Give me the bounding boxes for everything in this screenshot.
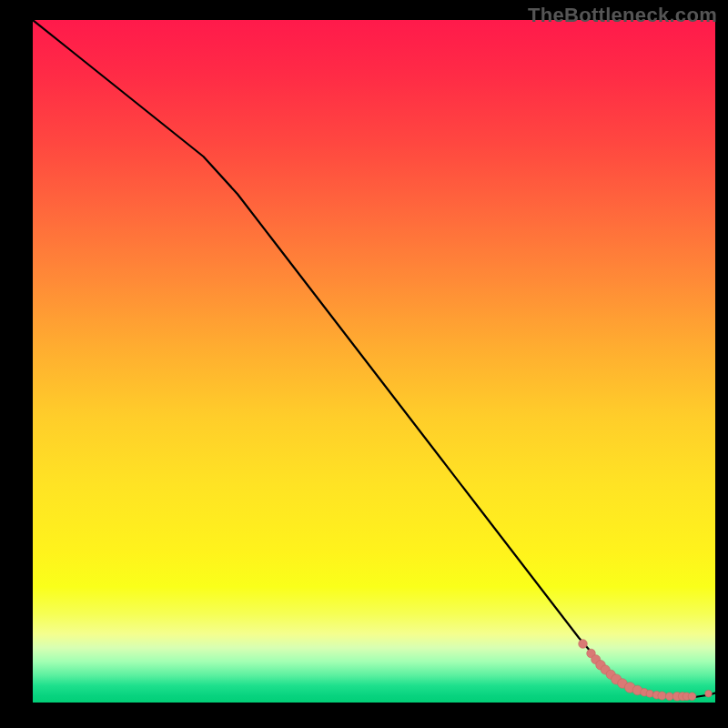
scatter-points <box>579 640 713 701</box>
bottleneck-curve <box>33 20 715 697</box>
chart-overlay <box>33 20 715 703</box>
scatter-point <box>705 690 713 697</box>
scatter-point <box>688 693 696 701</box>
scatter-point <box>665 693 673 701</box>
scatter-point <box>579 640 588 649</box>
scatter-point <box>646 690 653 697</box>
scatter-point <box>658 692 666 700</box>
plot-area <box>33 20 715 703</box>
chart-canvas: TheBottleneck.com <box>0 0 728 728</box>
watermark-label: TheBottleneck.com <box>528 4 717 27</box>
